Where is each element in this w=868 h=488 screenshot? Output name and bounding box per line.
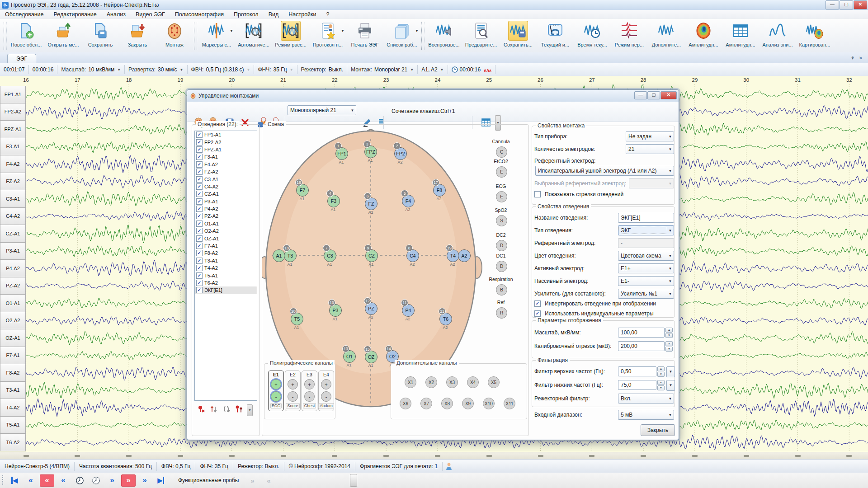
channel-label-t3-a1[interactable]: T3-A1 xyxy=(0,382,26,399)
channel-label-t6-a2[interactable]: T6-A2 xyxy=(0,434,26,451)
channel-label-pz-a2[interactable]: PZ-A2 xyxy=(0,277,26,295)
poly-channel-e2[interactable]: E2+-Snore xyxy=(285,371,301,411)
toolbar-button-preview[interactable]: Предварите... xyxy=(462,19,500,52)
amplifier-combo[interactable]: Усилитель №1▼ xyxy=(618,289,674,299)
extra-channel-x3[interactable]: X3 xyxy=(446,376,458,388)
spinner-buttons[interactable]: ▲▼ xyxy=(665,328,673,338)
dropdown-arrow-icon[interactable]: ▼ xyxy=(415,29,419,33)
maximize-button[interactable]: ▢ xyxy=(840,0,853,9)
channel-label-f7-a1[interactable]: F7-A1 xyxy=(0,347,26,365)
toolbar-button-open-exam[interactable]: Открыть ме... xyxy=(45,19,82,52)
aux-electrode-cannula[interactable]: C xyxy=(496,146,507,158)
lead-item-f8-a2[interactable]: ✓F8-A2 xyxy=(195,249,257,257)
channel-label-cz-a1[interactable]: CZ-A1 xyxy=(0,225,26,243)
leads-list[interactable]: ✓FP1-A1✓FP2-A2✓FPZ-A1✓F3-A1✓F4-A2✓FZ-A2✓… xyxy=(194,131,257,401)
playback-fast-back-button[interactable]: « xyxy=(40,474,54,487)
montage-select-combo[interactable]: Монополярный 21▼ xyxy=(288,105,356,115)
menu-полисомнография[interactable]: Полисомнография xyxy=(170,10,229,19)
channel-label-p3-a1[interactable]: P3-A1 xyxy=(0,243,26,260)
passive-electrode-combo[interactable]: E1-▼ xyxy=(618,276,674,286)
poly-plus-electrode[interactable]: + xyxy=(304,379,315,389)
channel-label-f4-a2[interactable]: F4-A2 xyxy=(0,155,26,173)
lead-item-t6-a2[interactable]: ✓T6-A2 xyxy=(195,279,257,286)
channel-label-fp2-a2[interactable]: FP2-A2 xyxy=(0,103,26,121)
lead-checkbox[interactable]: ✓ xyxy=(196,131,203,138)
toolbar-button-time-current[interactable]: Время теку... xyxy=(574,19,611,52)
toolbar-button-playback[interactable]: Воспроизве... xyxy=(425,19,462,52)
invert-lead-checkbox[interactable]: ✓Инвертировать отведение при отображении xyxy=(534,300,656,307)
lead-item-t3-a1[interactable]: ✓T3-A1 xyxy=(195,257,257,264)
lead-checkbox[interactable]: ✓ xyxy=(196,146,203,153)
toolbar-button-overview-mode[interactable]: Режим пер... xyxy=(611,19,648,52)
electrode-count-combo[interactable]: 21▼ xyxy=(626,144,674,154)
individual-params-checkbox[interactable]: ✓Использовать индивидуальные параметры xyxy=(534,310,654,317)
menu-видео-ээг[interactable]: Видео ЭЭГ xyxy=(131,10,170,19)
lead-checkbox[interactable]: ✓ xyxy=(196,258,203,264)
lead-item-p3-a1[interactable]: ✓P3-A1 xyxy=(195,198,257,205)
toolbar-button-close-exam[interactable]: Закрыть xyxy=(119,19,156,52)
lead-item-c3-a1[interactable]: ✓C3-A1 xyxy=(195,175,257,183)
playback-step-forward-button[interactable]: » xyxy=(105,474,119,487)
extra-channel-x9[interactable]: X9 xyxy=(462,398,474,409)
aux-electrode-spo2[interactable]: S xyxy=(496,215,507,226)
deselect-electrode-icon[interactable] xyxy=(195,404,207,415)
spinner-buttons[interactable]: ▲▼ xyxy=(665,341,673,351)
lead-type-combo[interactable]: ЭКГ▼ xyxy=(618,225,674,235)
lead-reference-input[interactable]: - xyxy=(618,238,674,248)
channel-label-t4-a2[interactable]: T4-A2 xyxy=(0,399,26,417)
toolbar-button-print[interactable]: Печать ЭЭГ xyxy=(346,19,383,52)
lead-checkbox[interactable]: ✓ xyxy=(196,169,203,175)
aux-electrode-dc1[interactable]: D xyxy=(496,261,507,272)
toolbar-button-amplitude-map[interactable]: Амплитудн... xyxy=(685,19,722,52)
lead-item-oz-a1[interactable]: ✓OZ-A1 xyxy=(195,235,257,242)
param-cell-масштаб[interactable]: Масштаб:10 мкВ/мм▼ xyxy=(57,65,125,74)
playback-go-end-button[interactable]: ▶ xyxy=(154,474,168,487)
lead-checkbox[interactable]: ✓ xyxy=(196,228,203,234)
lead-checkbox[interactable]: ✓ xyxy=(196,183,203,190)
menu-протокол[interactable]: Протокол xyxy=(229,10,264,19)
channel-label-f8-a2[interactable]: F8-A2 xyxy=(0,364,26,382)
toolbar-button-epi-analysis[interactable]: Анализ эпи... xyxy=(759,19,796,52)
channel-label-c3-a1[interactable]: C3-A1 xyxy=(0,190,26,208)
lead-checkbox[interactable]: ✓ xyxy=(196,235,203,242)
lead-checkbox[interactable]: ✓ xyxy=(196,161,203,168)
dialog-maximize-button[interactable]: ▢ xyxy=(647,91,660,99)
param-cell-развертка[interactable]: Развертка:30 мм/с▼ xyxy=(125,65,187,74)
close-tab-icon[interactable]: ✕ xyxy=(857,55,864,61)
param-cell-фвч[interactable]: ФВЧ:0,5 Гц (0,318 с)▼ xyxy=(188,65,255,74)
toolbar-button-new-exam[interactable]: Новое обсл... xyxy=(8,19,45,52)
lead-item-экг[e1][interactable]: ✓ЭКГ[E1] xyxy=(195,286,257,294)
poly-channel-e3[interactable]: E3+-Chest xyxy=(302,371,317,411)
lead-item-f3-a1[interactable]: ✓F3-A1 xyxy=(195,153,257,160)
lead-item-fpz-a1[interactable]: ✓FPZ-A1 xyxy=(195,146,257,153)
show-lead-arrows-checkbox[interactable]: Показывать стрелки отведений xyxy=(534,191,623,197)
lpf-input[interactable]: 75,0 xyxy=(618,380,656,390)
electrode-a1[interactable]: A1 xyxy=(273,249,285,262)
channel-label-fpz-a1[interactable]: FPZ-A1 xyxy=(0,121,26,138)
toolbar-button-additional[interactable]: Дополните... xyxy=(648,19,685,52)
toolbar-button-montage[interactable]: Монтаж xyxy=(156,19,193,52)
leads-toolbar-overflow-icon[interactable]: ▼ xyxy=(247,404,253,416)
channel-label-o2-a2[interactable]: O2-A2 xyxy=(0,312,26,330)
prev-test-icon[interactable]: « xyxy=(261,474,276,487)
device-type-combo[interactable]: Не задан▼ xyxy=(626,131,674,141)
aux-electrode-etco2[interactable]: E xyxy=(496,166,507,178)
poly-minus-electrode[interactable]: - xyxy=(288,391,298,402)
lead-item-fp2-a2[interactable]: ✓FP2-A2 xyxy=(195,138,257,145)
lead-checkbox[interactable]: ✓ xyxy=(196,213,203,219)
channel-label-fz-a2[interactable]: FZ-A2 xyxy=(0,173,26,191)
menu-обследование[interactable]: Обследование xyxy=(0,10,49,19)
hpf-input[interactable]: 0,50 xyxy=(618,366,656,376)
lead-item-pz-a2[interactable]: ✓PZ-A2 xyxy=(195,212,257,220)
close-button[interactable]: ✕ xyxy=(854,0,867,9)
channel-label-oz-a1[interactable]: OZ-A1 xyxy=(0,329,26,347)
lead-item-fz-a2[interactable]: ✓FZ-A2 xyxy=(195,168,257,175)
reference-electrode-combo[interactable]: Ипсилатеральный ушной электрод (A1 или A… xyxy=(535,166,674,176)
input-range-combo[interactable]: 5 мВ▼ xyxy=(618,410,674,420)
lead-checkbox[interactable]: ✓ xyxy=(196,176,203,183)
lead-item-o2-a2[interactable]: ✓O2-A2 xyxy=(195,227,257,235)
dropdown-arrow-icon[interactable]: ▼ xyxy=(341,29,344,33)
lead-item-p4-a2[interactable]: ✓P4-A2 xyxy=(195,205,257,212)
poly-channel-e4[interactable]: E4+-Abdom xyxy=(318,371,334,411)
poly-minus-electrode[interactable]: - xyxy=(271,391,281,402)
